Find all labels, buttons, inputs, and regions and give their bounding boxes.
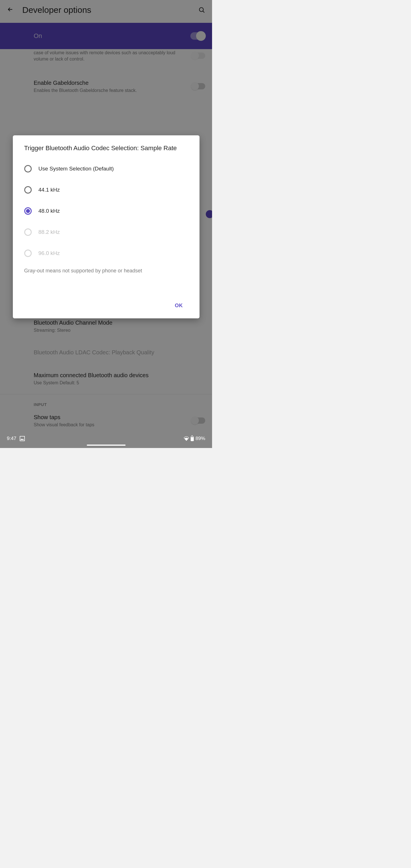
radio-option[interactable]: Use System Selection (Default)	[13, 158, 199, 179]
radio-icon-disabled	[24, 228, 32, 236]
radio-icon-selected	[24, 207, 32, 215]
radio-icon	[24, 186, 32, 194]
dialog-note: Gray-out means not supported by phone or…	[13, 266, 199, 277]
radio-group: Use System Selection (Default) 44.1 kHz …	[13, 156, 199, 266]
ok-button[interactable]: OK	[170, 300, 188, 311]
dialog-layer: Trigger Bluetooth Audio Codec Selection:…	[0, 0, 212, 448]
radio-icon-disabled	[24, 250, 32, 257]
dialog-title: Trigger Bluetooth Audio Codec Selection:…	[13, 135, 199, 156]
radio-option[interactable]: 48.0 kHz	[13, 200, 199, 222]
gesture-handle[interactable]	[87, 444, 126, 446]
radio-icon	[24, 165, 32, 173]
sample-rate-dialog: Trigger Bluetooth Audio Codec Selection:…	[13, 135, 199, 318]
radio-option: 96.0 kHz	[13, 243, 199, 264]
radio-option[interactable]: 44.1 kHz	[13, 179, 199, 200]
radio-option: 88.2 kHz	[13, 222, 199, 243]
